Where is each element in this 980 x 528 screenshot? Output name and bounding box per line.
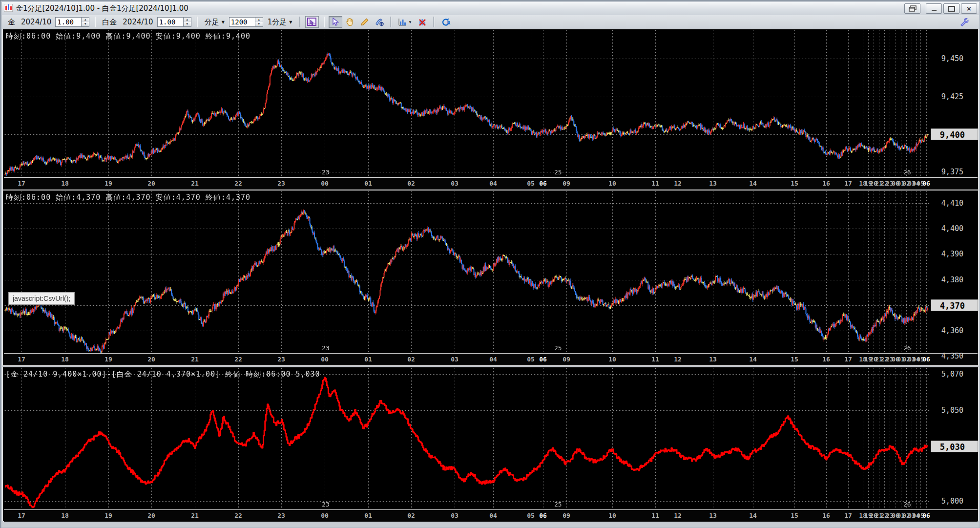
y-axis-label: 4,360	[941, 326, 963, 335]
hour-label: 01	[362, 356, 375, 363]
hour-label: 20	[145, 180, 158, 187]
maximize-button[interactable]	[943, 3, 959, 14]
current-price-box: 4,370	[931, 299, 978, 311]
toolbar-right-group	[957, 16, 971, 28]
spinner-arrows-icon[interactable]: ▲▼	[183, 17, 191, 27]
pencil-icon	[360, 18, 369, 27]
pointer-tool-button[interactable]	[329, 16, 342, 28]
platinum-multiplier-spinner[interactable]: ▲▼	[157, 17, 191, 27]
settings-wrench-button[interactable]	[957, 16, 971, 27]
maximize-icon	[948, 6, 955, 12]
hour-label: 16	[820, 356, 833, 363]
hour-label: 11	[649, 180, 662, 187]
chart-panel-platinum-1min: 時刻:06:00 始値:4,370 高値:4,370 安値:4,370 終値:4…	[2, 190, 979, 366]
hour-label: 16	[820, 512, 833, 519]
gold-contract-month: 2024/10	[21, 18, 51, 26]
date-label: 26	[903, 169, 911, 176]
date-label: 23	[322, 169, 330, 176]
date-label: 25	[554, 169, 562, 176]
chart-panel-gold-1min: 時刻:06:00 始値:9,400 高値:9,400 安値:9,400 終値:9…	[2, 29, 979, 190]
hour-label: 02	[405, 356, 417, 363]
hand-tool-button[interactable]	[343, 16, 357, 28]
y-axis-label: 4,400	[941, 224, 963, 233]
date-label: 25	[554, 501, 562, 508]
hour-label: 21	[188, 180, 201, 187]
hour-label: 23	[275, 512, 288, 519]
hour-label: 06	[537, 180, 549, 187]
hour-label: 05	[524, 180, 537, 187]
plot-platinum-1min[interactable]	[4, 191, 931, 353]
toolbar: 金 2024/10 ▲▼ 白金 2024/10 ▲▼ 分足▼ ▲▼ 1分足▼	[2, 15, 979, 29]
x-axis-gold-1min: 1718192021222300010203040506091011121314…	[4, 177, 978, 190]
minimize-button[interactable]	[926, 3, 942, 14]
spinner-arrows-icon[interactable]: ▲▼	[255, 17, 263, 27]
window-title: 金1分足[2024/10]1.00 - 白金1分足[2024/10]1.00	[16, 4, 188, 13]
hour-label: 04	[487, 180, 500, 187]
chevron-down-icon: ▼	[222, 20, 225, 24]
hour-label: 06	[920, 356, 933, 363]
hour-label: 02	[405, 512, 417, 519]
close-button[interactable]: ×	[961, 3, 977, 14]
interval-dropdown[interactable]: 1分足▼	[265, 17, 295, 27]
svg-text:R: R	[447, 21, 450, 25]
bar-type-dropdown[interactable]: 分足▼	[202, 17, 227, 27]
hour-label: 14	[747, 180, 759, 187]
hour-label: 09	[560, 512, 573, 519]
y-axis-label: 9,425	[941, 92, 963, 101]
y-axis-label: 5,000	[941, 497, 963, 506]
cascade-window-button[interactable]	[904, 3, 920, 14]
hour-label: 23	[275, 356, 288, 363]
platinum-contract-month: 2024/10	[123, 18, 153, 26]
chart-cursor-tool-button[interactable]	[305, 16, 319, 28]
date-label: 23	[322, 501, 330, 508]
hour-label: 06	[537, 356, 549, 363]
link-status-tooltip: javascript:CsvUrl();	[8, 292, 75, 305]
chart-style-dropdown-button[interactable]: ▼	[396, 16, 415, 28]
platinum-multiplier-input[interactable]	[157, 17, 183, 27]
current-price-box: 9,400	[931, 128, 978, 140]
bar-count-input[interactable]	[229, 17, 255, 27]
hour-label: 10	[606, 512, 619, 519]
bar-count-spinner[interactable]: ▲▼	[229, 17, 263, 27]
hour-label: 17	[842, 180, 855, 187]
chart-cursor-icon	[307, 17, 317, 27]
toolbar-separator	[433, 17, 435, 27]
hour-label: 11	[649, 356, 662, 363]
hour-label: 12	[671, 356, 684, 363]
hour-label: 19	[102, 512, 115, 519]
pencil-tool-button[interactable]	[358, 16, 372, 28]
pen-target-tool-button[interactable]	[373, 16, 386, 28]
hour-label: 20	[145, 356, 158, 363]
hour-label: 10	[606, 180, 619, 187]
date-label: 23	[322, 344, 330, 352]
hour-label: 13	[707, 180, 719, 187]
hour-label: 19	[102, 356, 115, 363]
hour-label: 00	[318, 512, 331, 519]
hour-label: 09	[560, 180, 573, 187]
y-axis-label: 9,450	[941, 54, 963, 63]
hour-label: 06	[920, 512, 933, 519]
hour-label: 02	[405, 180, 417, 187]
clear-indicator-button[interactable]	[416, 16, 429, 28]
hour-label: 22	[232, 356, 245, 363]
chart-panel-gold-platinum-spread: [金 24/10 9,400×1.00]-[白金 24/10 4,370×1.0…	[2, 367, 979, 522]
hour-label: 13	[707, 512, 719, 519]
date-label: 26	[903, 501, 911, 508]
plot-gold-platinum-spread[interactable]	[4, 368, 931, 509]
hour-label: 10	[606, 356, 619, 363]
hour-label: 01	[362, 512, 375, 519]
gold-multiplier-input[interactable]	[55, 17, 81, 27]
gold-multiplier-spinner[interactable]: ▲▼	[55, 17, 89, 27]
chevron-down-icon: ▼	[289, 20, 292, 24]
hour-label: 12	[671, 512, 684, 519]
spinner-arrows-icon[interactable]: ▲▼	[81, 17, 89, 27]
hour-label: 04	[487, 512, 500, 519]
plot-gold-1min[interactable]	[4, 30, 931, 177]
hour-label: 15	[788, 180, 801, 187]
refresh-button[interactable]: R	[439, 16, 453, 28]
hour-label: 09	[560, 356, 573, 363]
date-label: 26	[903, 344, 911, 352]
toolbar-separator	[323, 17, 325, 27]
hour-label: 00	[318, 180, 331, 187]
title-bar[interactable]: 金1分足[2024/10]1.00 - 白金1分足[2024/10]1.00 ×	[2, 2, 979, 16]
